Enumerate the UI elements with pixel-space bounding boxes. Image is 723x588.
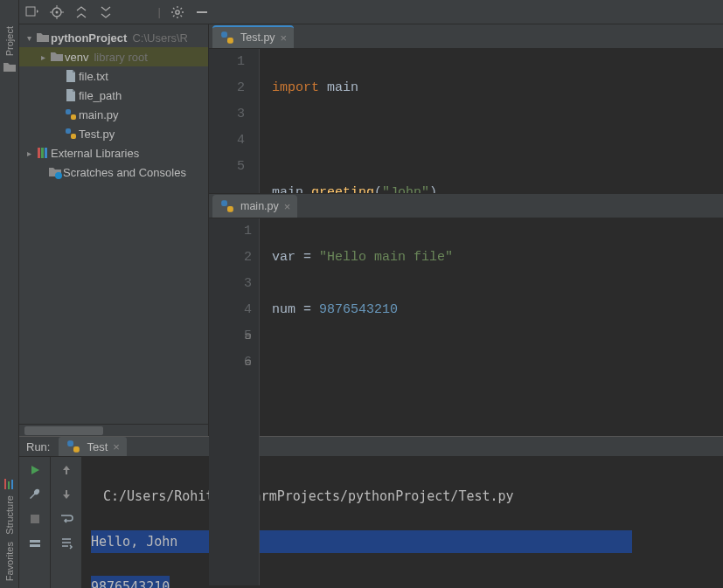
- scratches[interactable]: Scratches and Consoles: [19, 163, 208, 182]
- svg-rect-31: [227, 206, 233, 212]
- structure-bars-icon[interactable]: [2, 476, 17, 492]
- run-tool-window: Run: Test × C:/Users/Rohit/PycharmProjec…: [19, 436, 723, 588]
- external-libraries[interactable]: ▸ External Libraries: [19, 143, 208, 163]
- python-file-icon: [63, 126, 79, 142]
- output-line: Hello, John: [91, 530, 177, 553]
- line-number: 4: [209, 297, 252, 323]
- python-file-icon: [66, 439, 81, 454]
- run-output[interactable]: C:/Users/Rohit/PycharmProjects/pythonPro…: [82, 457, 723, 588]
- gear-icon[interactable]: [170, 4, 185, 20]
- tab-label: main.py: [240, 200, 279, 212]
- fold-icon[interactable]: ⊟: [245, 323, 251, 349]
- rerun-icon[interactable]: [27, 462, 43, 478]
- scroll-end-icon[interactable]: [59, 536, 74, 551]
- svg-point-5: [56, 10, 59, 13]
- main-py[interactable]: main.py: [19, 105, 208, 124]
- run-action-bar: [19, 457, 51, 588]
- svg-rect-34: [31, 515, 39, 523]
- svg-rect-36: [30, 544, 40, 547]
- svg-line-18: [180, 8, 182, 10]
- stop-icon[interactable]: [27, 511, 43, 527]
- up-arrow-icon[interactable]: [59, 462, 74, 478]
- file-path[interactable]: file_path: [19, 86, 208, 105]
- project-folder-icon: [2, 59, 17, 75]
- svg-rect-30: [221, 200, 227, 206]
- folder-icon: [49, 49, 65, 65]
- editor-area: Test.py × 1 2 3 4 5 import main main.gre…: [209, 24, 723, 436]
- line-number: 4: [209, 128, 245, 154]
- project-tree-panel: ▾ pythonProject C:\Users\R ▸ venv librar…: [19, 24, 209, 436]
- svg-rect-22: [66, 128, 71, 134]
- output-line: C:/Users/Rohit/PycharmProjects/pythonPro…: [91, 485, 714, 508]
- svg-rect-1: [8, 481, 10, 489]
- svg-rect-25: [41, 148, 44, 158]
- line-number: 5: [209, 154, 245, 180]
- svg-rect-29: [227, 38, 233, 44]
- structure-tool-button[interactable]: Structure: [4, 495, 15, 535]
- python-file-icon: [219, 198, 235, 214]
- test-py[interactable]: Test.py: [19, 124, 208, 143]
- line-number: 1: [209, 49, 245, 75]
- python-file-icon: [63, 107, 79, 122]
- code-editor-test[interactable]: 1 2 3 4 5 import main main.greeting("Joh…: [209, 49, 723, 193]
- svg-point-27: [55, 172, 62, 179]
- svg-rect-21: [71, 114, 76, 120]
- locate-icon[interactable]: [49, 4, 65, 20]
- svg-rect-0: [4, 479, 6, 489]
- file-txt[interactable]: file.txt: [19, 66, 208, 86]
- expand-all-icon[interactable]: [73, 4, 89, 20]
- svg-rect-23: [71, 134, 76, 139]
- run-nav-bar: [51, 457, 82, 588]
- main-column: | ▾ pythonProject C:\Users\R ▸: [19, 0, 723, 588]
- tab-test-py[interactable]: Test.py ×: [212, 25, 294, 48]
- file-icon: [63, 68, 79, 84]
- wrench-icon[interactable]: [27, 487, 43, 502]
- file-icon: [63, 87, 79, 103]
- svg-line-17: [173, 15, 175, 17]
- view-mode-icon[interactable]: [24, 4, 40, 20]
- python-file-icon: [219, 30, 235, 45]
- project-tool-button[interactable]: Project: [4, 26, 15, 56]
- svg-rect-2: [11, 480, 13, 489]
- left-tool-rail: Project Structure Favorites: [0, 0, 19, 588]
- tab-main-py[interactable]: main.py ×: [212, 195, 297, 218]
- line-number: 3: [209, 271, 252, 297]
- close-icon[interactable]: ×: [281, 31, 288, 45]
- svg-rect-33: [73, 446, 80, 453]
- run-title: Run:: [26, 440, 50, 453]
- project-h-scrollbar[interactable]: [19, 424, 208, 436]
- line-number: 2: [209, 75, 245, 101]
- svg-rect-3: [26, 7, 35, 16]
- favorites-tool-button[interactable]: Favorites: [4, 542, 15, 581]
- svg-rect-38: [66, 490, 67, 495]
- svg-rect-35: [30, 540, 40, 543]
- scratches-icon: [47, 164, 63, 180]
- svg-line-16: [180, 15, 182, 17]
- line-number: 2: [209, 245, 252, 271]
- venv-folder[interactable]: ▸ venv library root: [19, 47, 208, 66]
- svg-line-15: [173, 8, 175, 10]
- svg-rect-20: [66, 109, 71, 114]
- collapse-all-icon[interactable]: [98, 4, 114, 20]
- down-arrow-icon[interactable]: [59, 487, 74, 502]
- fold-icon[interactable]: ⊡: [245, 349, 251, 376]
- soft-wrap-icon[interactable]: [59, 511, 74, 527]
- svg-rect-26: [45, 148, 47, 158]
- line-number: 1: [209, 218, 252, 245]
- run-tab[interactable]: Test ×: [59, 437, 126, 456]
- project-toolbar: |: [19, 0, 723, 24]
- svg-rect-32: [68, 440, 74, 446]
- line-number: 3: [209, 101, 245, 128]
- project-root[interactable]: ▾ pythonProject C:\Users\R: [19, 28, 208, 47]
- run-tab-label: Test: [87, 440, 108, 453]
- layout-icon[interactable]: [27, 536, 43, 551]
- svg-rect-19: [197, 11, 207, 13]
- tab-label: Test.py: [240, 31, 275, 44]
- editor-pane-test: Test.py × 1 2 3 4 5 import main main.gre…: [209, 24, 723, 194]
- output-line: 9876543210: [91, 576, 170, 588]
- svg-point-10: [176, 10, 179, 13]
- hide-icon[interactable]: [194, 4, 210, 20]
- close-icon[interactable]: ×: [113, 440, 120, 453]
- close-icon[interactable]: ×: [284, 200, 291, 213]
- libraries-icon: [35, 145, 51, 161]
